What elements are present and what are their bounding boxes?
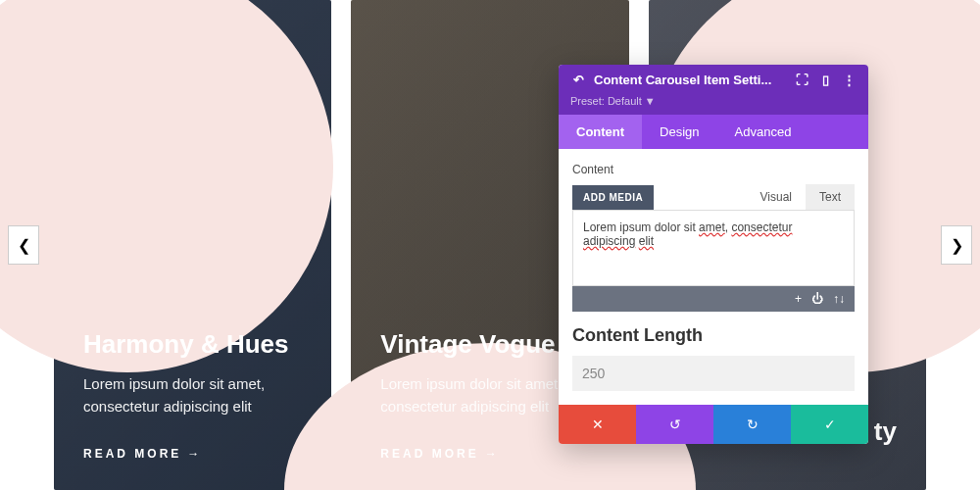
tab-design[interactable]: Design [642, 115, 716, 149]
panel-header[interactable]: ↶ Content Carousel Item Setti... ⛶ ▯ ⋮ [559, 65, 868, 95]
carousel-prev-button[interactable]: ❮ [8, 225, 39, 265]
carousel-card[interactable]: Harmony & Hues Lorem ipsum dolor sit ame… [54, 0, 331, 490]
panel-tabs: Content Design Advanced [559, 115, 868, 149]
subtab-visual[interactable]: Visual [747, 184, 806, 210]
arrow-right-icon: → [485, 447, 500, 461]
save-button[interactable]: ✓ [791, 405, 868, 444]
content-label: Content [572, 163, 855, 176]
card-desc: Lorem ipsum dolor sit amet, consectetur … [83, 373, 302, 417]
subtab-text[interactable]: Text [806, 184, 855, 210]
content-editor[interactable]: Lorem ipsum dolor sit amet, consectetur … [572, 210, 855, 286]
carousel-next-button[interactable]: ❯ [941, 225, 972, 265]
settings-panel: ↶ Content Carousel Item Setti... ⛶ ▯ ⋮ P… [559, 65, 868, 444]
read-more-link[interactable]: READ MORE→ [380, 447, 599, 461]
more-icon[interactable]: ⋮ [841, 73, 857, 87]
add-icon[interactable]: + [795, 292, 802, 306]
tab-content[interactable]: Content [559, 115, 642, 149]
editor-toolbar: + ⏻ ↑↓ [572, 286, 855, 312]
content-length-input[interactable] [572, 356, 855, 391]
panel-footer: ✕ ↺ ↻ ✓ [559, 405, 868, 444]
card-title: Harmony & Hues [83, 329, 302, 360]
panel-title: Content Carousel Item Setti... [594, 73, 786, 87]
redo-button[interactable]: ↻ [713, 405, 791, 444]
responsive-icon[interactable]: ▯ [817, 73, 833, 87]
undo-icon[interactable]: ↶ [570, 73, 586, 87]
content-length-label: Content Length [572, 325, 855, 346]
undo-button[interactable]: ↺ [636, 405, 713, 444]
tab-advanced[interactable]: Advanced [717, 115, 809, 149]
preset-selector[interactable]: Preset: Default ▼ [559, 95, 868, 115]
cancel-button[interactable]: ✕ [559, 405, 636, 444]
arrow-right-icon: → [187, 447, 202, 461]
expand-icon[interactable]: ⛶ [794, 73, 809, 87]
read-more-link[interactable]: READ MORE→ [83, 447, 302, 461]
sort-icon[interactable]: ↑↓ [833, 292, 845, 306]
add-media-button[interactable]: ADD MEDIA [572, 185, 654, 210]
power-icon[interactable]: ⏻ [811, 292, 823, 306]
